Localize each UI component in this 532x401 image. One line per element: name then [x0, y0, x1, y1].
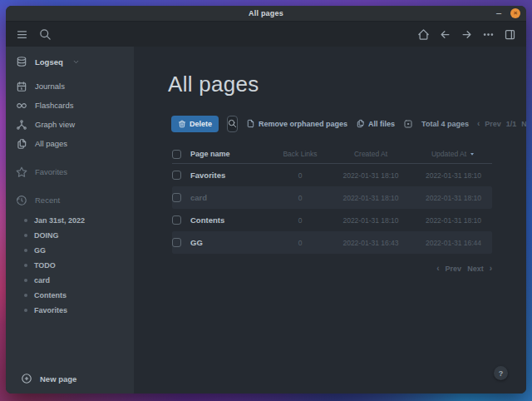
remove-orphaned-label: Remove orphaned pages: [259, 120, 347, 128]
recent-item[interactable]: GG: [6, 243, 134, 258]
prev-button[interactable]: Prev: [485, 120, 501, 128]
bullet-icon: [24, 249, 27, 252]
recent-item[interactable]: DOING: [6, 228, 134, 243]
bottom-pagination: ‹ Prev Next ›: [134, 265, 492, 273]
recent-item-label: GG: [34, 246, 46, 255]
recent-item[interactable]: Jan 31st, 2022: [6, 213, 134, 228]
created-at-value: 2022-01-31 18:10: [327, 216, 415, 225]
table-search-input[interactable]: [227, 116, 238, 132]
bullet-icon: [24, 309, 27, 312]
recent-item[interactable]: Contents: [6, 288, 134, 303]
sidebar-item-label: Graph view: [35, 120, 75, 129]
column-header-back-links[interactable]: Back Links: [273, 150, 327, 158]
recent-item[interactable]: Favorites: [6, 303, 134, 318]
recent-item[interactable]: TODO: [6, 258, 134, 273]
row-checkbox[interactable]: [172, 215, 181, 225]
bullet-icon: [24, 294, 27, 297]
prev-chevron-icon[interactable]: ‹: [436, 265, 439, 273]
minimize-button[interactable]: –: [494, 8, 504, 18]
infinity-icon: [16, 100, 27, 111]
recent-item-label: Contents: [34, 291, 66, 300]
top-pagination: ‹ Prev 1/1 Next ›: [477, 120, 526, 128]
next-chevron-icon[interactable]: ›: [490, 265, 492, 273]
table-header-row: Page name Back Links Created At Updated …: [172, 145, 492, 164]
created-at-value: 2022-01-31 16:43: [327, 239, 415, 247]
updated-at-value: 2022-01-31 18:10: [415, 194, 492, 202]
row-checkbox[interactable]: [172, 171, 181, 180]
main-content: All pages Delete Remove orphaned pages: [134, 47, 526, 394]
table-controls: Delete Remove orphaned pages All files: [171, 115, 515, 132]
page-name-link[interactable]: card: [190, 193, 273, 202]
sidebar-item-all-pages[interactable]: All pages: [6, 134, 134, 153]
sort-caret-icon: [469, 151, 475, 157]
column-header-created-at[interactable]: Created At: [327, 150, 415, 158]
favorites-header-label: Favorites: [35, 167, 67, 176]
titlebar[interactable]: All pages – ×: [6, 6, 526, 22]
sidebar-item-label: Flashcards: [35, 101, 73, 110]
back-links-count: 0: [273, 239, 327, 247]
sidebar-favorites-header[interactable]: Favorites: [6, 162, 134, 181]
sidebar-item-graph-view[interactable]: Graph view: [6, 115, 134, 134]
new-page-label: New page: [40, 374, 76, 384]
page-title: All pages: [168, 72, 526, 97]
page-name-link[interactable]: Contents: [190, 215, 273, 225]
calendar-icon: [16, 81, 27, 92]
close-button[interactable]: ×: [510, 8, 520, 18]
recent-item-label: TODO: [34, 261, 56, 270]
search-icon[interactable]: [39, 28, 52, 41]
files-icon: [356, 119, 365, 128]
toolbar-right: [417, 28, 516, 41]
help-button[interactable]: ?: [494, 366, 508, 380]
row-checkbox[interactable]: [172, 193, 181, 202]
hierarchy-icon: [16, 119, 27, 131]
recent-item-label: DOING: [34, 231, 59, 240]
all-files-label: All files: [368, 120, 395, 128]
created-at-value: 2022-01-31 18:10: [327, 194, 415, 202]
pages-table: Page name Back Links Created At Updated …: [172, 145, 492, 254]
column-header-page-name[interactable]: Page name: [190, 150, 273, 158]
window-controls: – ×: [494, 6, 520, 21]
circle-plus-icon: [21, 373, 32, 384]
new-page-button[interactable]: New page: [6, 364, 134, 394]
back-links-count: 0: [273, 171, 327, 180]
back-icon[interactable]: [439, 28, 451, 41]
window-body: Logseq Journals Flashcards Graph view Al…: [6, 47, 526, 394]
star-icon: [16, 166, 27, 178]
updated-at-value: 2022-01-31 18:10: [415, 216, 492, 225]
all-files-button[interactable]: All files: [356, 119, 395, 128]
sidebar-item-label: Journals: [35, 82, 65, 91]
trash-icon: [178, 120, 186, 128]
table-body: Favorites 0 2022-01-31 18:10 2022-01-31 …: [172, 164, 492, 254]
forward-icon[interactable]: [461, 28, 473, 41]
sidebar-item-journals[interactable]: Journals: [6, 77, 134, 96]
column-header-updated-at[interactable]: Updated At: [415, 150, 492, 158]
sidebar-item-flashcards[interactable]: Flashcards: [6, 96, 134, 115]
more-options-icon[interactable]: [482, 28, 495, 41]
left-sidebar: Logseq Journals Flashcards Graph view Al…: [6, 47, 134, 394]
prev-button[interactable]: Prev: [446, 265, 462, 273]
graph-selector[interactable]: Logseq: [6, 52, 134, 72]
prev-chevron-icon[interactable]: ‹: [477, 120, 480, 128]
window-title: All pages: [249, 9, 283, 17]
total-pages-label: Total 4 pages: [421, 120, 469, 128]
desktop-wallpaper: All pages – × Logse: [0, 0, 532, 401]
page-name-link[interactable]: GG: [190, 238, 273, 247]
next-button[interactable]: Next: [467, 265, 484, 273]
home-icon[interactable]: [417, 28, 430, 41]
next-button[interactable]: Next: [521, 120, 526, 128]
select-all-checkbox[interactable]: [172, 150, 181, 159]
remove-orphaned-button[interactable]: Remove orphaned pages: [246, 119, 347, 128]
recent-item[interactable]: card: [6, 273, 134, 288]
delete-button[interactable]: Delete: [171, 116, 219, 132]
table-row: card 0 2022-01-31 18:10 2022-01-31 18:10: [172, 186, 492, 209]
row-checkbox[interactable]: [172, 238, 181, 247]
updated-at-value: 2022-01-31 18:10: [415, 171, 492, 180]
created-at-value: 2022-01-31 18:10: [327, 171, 415, 180]
right-sidebar-toggle-icon[interactable]: [504, 28, 516, 41]
page-name-link[interactable]: Favorites: [190, 171, 273, 180]
sidebar-recent-header[interactable]: Recent: [6, 191, 134, 210]
recent-list: Jan 31st, 2022 DOING GG TODO card Conten…: [6, 213, 134, 318]
table-settings-icon[interactable]: [403, 119, 413, 129]
toolbar-left: [16, 28, 52, 41]
menu-icon[interactable]: [16, 28, 28, 41]
